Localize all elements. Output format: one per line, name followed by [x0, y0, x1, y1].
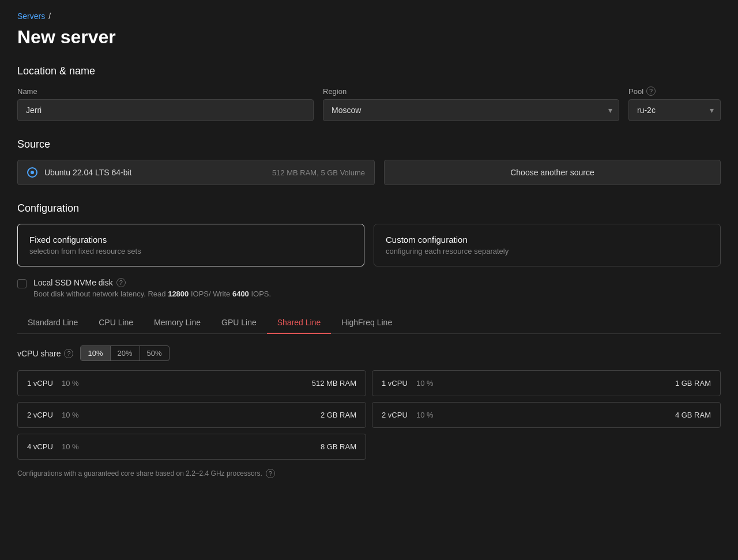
footer-note: Configurations with a guaranteed core sh… — [17, 469, 721, 478]
fixed-config-desc: selection from fixed resource sets — [29, 247, 352, 255]
pool-field-group: Pool ? ru-2c ru-3c ru-4c ▾ — [628, 87, 721, 121]
config-2-share: 10 % — [416, 379, 675, 388]
vcpu-share-label: vCPU share ? — [17, 349, 73, 358]
pool-help-icon[interactable]: ? — [646, 87, 656, 96]
config-3-vcpu: 2 vCPU — [27, 411, 62, 419]
config-5-ram: 8 GB RAM — [321, 442, 356, 451]
tab-shared-line[interactable]: Shared Line — [267, 312, 332, 334]
region-field-group: Region Moscow Amsterdam Frankfurt ▾ — [323, 87, 619, 121]
source-section-title: Source — [17, 138, 721, 151]
vcpu-share-help-icon[interactable]: ? — [64, 349, 73, 358]
location-section: Location & name Name Region Moscow Amste… — [17, 65, 721, 121]
config-3-ram: 2 GB RAM — [321, 411, 356, 419]
source-selected-panel: Ubuntu 22.04 LTS 64-bit 512 MB RAM, 5 GB… — [17, 160, 375, 185]
config-3-share: 10 % — [62, 411, 321, 419]
region-label: Region — [323, 87, 619, 96]
config-2-ram: 1 GB RAM — [675, 379, 711, 388]
custom-config-desc: configuring each resource separately — [386, 247, 709, 255]
breadcrumb-servers-link[interactable]: Servers — [17, 12, 45, 21]
name-input[interactable] — [17, 99, 314, 121]
name-label: Name — [17, 87, 314, 96]
local-ssd-label-group: Local SSD NVMe disk ? Boot disk without … — [33, 278, 271, 298]
breadcrumb-separator: / — [48, 12, 51, 21]
pool-select[interactable]: ru-2c ru-3c ru-4c — [628, 99, 721, 121]
config-option-5[interactable]: 4 vCPU 10 % 8 GB RAM — [17, 434, 366, 460]
config-option-4[interactable]: 2 vCPU 10 % 4 GB RAM — [372, 402, 721, 428]
config-1-share: 10 % — [62, 379, 312, 388]
local-ssd-sublabel: Boot disk without network latency. Read … — [33, 290, 271, 298]
tab-memory-line[interactable]: Memory Line — [144, 312, 211, 334]
config-1-vcpu: 1 vCPU — [27, 379, 62, 388]
local-ssd-row: Local SSD NVMe disk ? Boot disk without … — [17, 278, 721, 298]
config-cards: Fixed configurations selection from fixe… — [17, 224, 721, 266]
local-ssd-label: Local SSD NVMe disk ? — [33, 278, 271, 287]
line-tabs: Standard Line CPU Line Memory Line GPU L… — [17, 312, 721, 334]
fixed-config-card[interactable]: Fixed configurations selection from fixe… — [17, 224, 364, 266]
custom-config-title: Custom configuration — [386, 235, 709, 245]
fixed-config-title: Fixed configurations — [29, 235, 352, 245]
custom-config-card[interactable]: Custom configuration configuring each re… — [374, 224, 721, 266]
location-section-title: Location & name — [17, 65, 721, 77]
config-1-ram: 512 MB RAM — [312, 379, 356, 388]
region-select[interactable]: Moscow Amsterdam Frankfurt — [323, 99, 619, 121]
config-5-vcpu: 4 vCPU — [27, 442, 62, 451]
tab-standard-line[interactable]: Standard Line — [17, 312, 88, 334]
source-name: Ubuntu 22.04 LTS 64-bit — [44, 168, 265, 177]
breadcrumb: Servers / — [17, 12, 721, 21]
config-option-1[interactable]: 1 vCPU 10 % 512 MB RAM — [17, 370, 366, 396]
region-select-wrapper: Moscow Amsterdam Frankfurt ▾ — [323, 99, 619, 121]
location-row: Name Region Moscow Amsterdam Frankfurt ▾… — [17, 87, 721, 121]
source-os-icon — [27, 167, 37, 178]
configuration-section-title: Configuration — [17, 202, 721, 215]
share-btn-50[interactable]: 50% — [140, 346, 169, 360]
source-row: Ubuntu 22.04 LTS 64-bit 512 MB RAM, 5 GB… — [17, 160, 721, 185]
vcpu-share-row: vCPU share ? 10% 20% 50% — [17, 345, 721, 361]
configuration-section: Configuration Fixed configurations selec… — [17, 202, 721, 478]
config-4-vcpu: 2 vCPU — [382, 411, 416, 419]
source-section: Source Ubuntu 22.04 LTS 64-bit 512 MB RA… — [17, 138, 721, 185]
config-4-ram: 4 GB RAM — [675, 411, 711, 419]
tab-cpu-line[interactable]: CPU Line — [88, 312, 144, 334]
tab-highfreq-line[interactable]: HighFreq Line — [331, 312, 402, 334]
config-4-share: 10 % — [416, 411, 675, 419]
config-2-vcpu: 1 vCPU — [382, 379, 416, 388]
config-option-2[interactable]: 1 vCPU 10 % 1 GB RAM — [372, 370, 721, 396]
page-title: New server — [17, 27, 721, 48]
pool-label: Pool ? — [628, 87, 721, 96]
source-meta: 512 MB RAM, 5 GB Volume — [272, 168, 365, 177]
tab-gpu-line[interactable]: GPU Line — [211, 312, 267, 334]
local-ssd-help-icon[interactable]: ? — [116, 278, 126, 287]
share-buttons-group: 10% 20% 50% — [80, 345, 169, 361]
config-options-grid: 1 vCPU 10 % 512 MB RAM 1 vCPU 10 % 1 GB … — [17, 370, 721, 460]
name-field-group: Name — [17, 87, 314, 121]
config-option-3[interactable]: 2 vCPU 10 % 2 GB RAM — [17, 402, 366, 428]
footer-help-icon[interactable]: ? — [266, 469, 275, 478]
share-btn-20[interactable]: 20% — [111, 346, 140, 360]
choose-source-button[interactable]: Choose another source — [384, 160, 721, 185]
config-5-share: 10 % — [62, 442, 321, 451]
pool-select-wrapper: ru-2c ru-3c ru-4c ▾ — [628, 99, 721, 121]
share-btn-10[interactable]: 10% — [81, 346, 110, 360]
local-ssd-checkbox[interactable] — [17, 279, 27, 288]
